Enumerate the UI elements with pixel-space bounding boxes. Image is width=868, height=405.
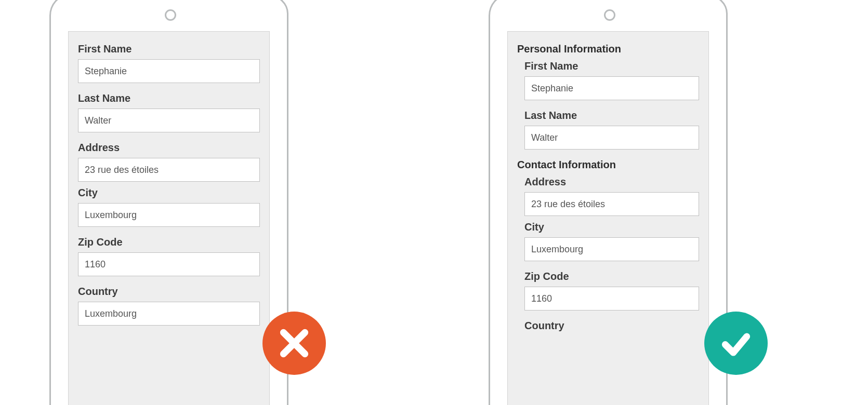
last-name-input[interactable] <box>78 109 260 132</box>
form-grouped: Personal Information First Name Last Nam… <box>508 32 708 362</box>
check-icon <box>720 327 752 359</box>
phone-mockup-good: Personal Information First Name Last Nam… <box>489 0 728 405</box>
address-label: Address <box>78 142 260 154</box>
zip-input[interactable] <box>78 252 260 276</box>
address-input[interactable] <box>524 192 699 216</box>
field-country: Country <box>524 320 699 332</box>
city-input[interactable] <box>524 237 699 261</box>
field-last-name: Last Name <box>524 110 699 150</box>
form-ungrouped: First Name Last Name Address City Zip Co <box>69 32 269 356</box>
field-country: Country <box>78 286 260 326</box>
field-city: City <box>78 187 260 227</box>
status-badge-incorrect <box>262 312 326 375</box>
city-label: City <box>78 187 260 199</box>
cross-icon <box>278 327 310 359</box>
address-input[interactable] <box>78 158 260 182</box>
field-zip: Zip Code <box>78 236 260 276</box>
field-first-name: First Name <box>78 43 260 83</box>
first-name-label: First Name <box>524 60 699 72</box>
zip-label: Zip Code <box>524 271 699 282</box>
field-address: Address <box>524 176 699 216</box>
phone-mockup-bad: First Name Last Name Address City Zip Co <box>49 0 288 405</box>
phone-screen: First Name Last Name Address City Zip Co <box>68 31 270 405</box>
city-label: City <box>524 221 699 233</box>
last-name-input[interactable] <box>524 126 699 150</box>
first-name-input[interactable] <box>524 76 699 100</box>
section-title-contact: Contact Information <box>517 159 699 171</box>
first-name-input[interactable] <box>78 59 260 83</box>
phone-screen: Personal Information First Name Last Nam… <box>507 31 709 405</box>
first-name-label: First Name <box>78 43 260 55</box>
field-first-name: First Name <box>524 60 699 100</box>
phone-camera-icon <box>165 9 176 21</box>
last-name-label: Last Name <box>78 92 260 104</box>
comparison-diagram: First Name Last Name Address City Zip Co <box>0 0 868 405</box>
address-label: Address <box>524 176 699 188</box>
zip-input[interactable] <box>524 287 699 310</box>
last-name-label: Last Name <box>524 110 699 122</box>
country-label: Country <box>78 286 260 298</box>
field-city: City <box>524 221 699 261</box>
field-zip: Zip Code <box>524 271 699 310</box>
city-input[interactable] <box>78 203 260 227</box>
section-title-personal: Personal Information <box>517 43 699 55</box>
country-label: Country <box>524 320 699 332</box>
phone-camera-icon <box>604 9 615 21</box>
field-last-name: Last Name <box>78 92 260 132</box>
country-input[interactable] <box>78 302 260 326</box>
status-badge-correct <box>704 312 768 375</box>
field-address: Address <box>78 142 260 182</box>
zip-label: Zip Code <box>78 236 260 248</box>
